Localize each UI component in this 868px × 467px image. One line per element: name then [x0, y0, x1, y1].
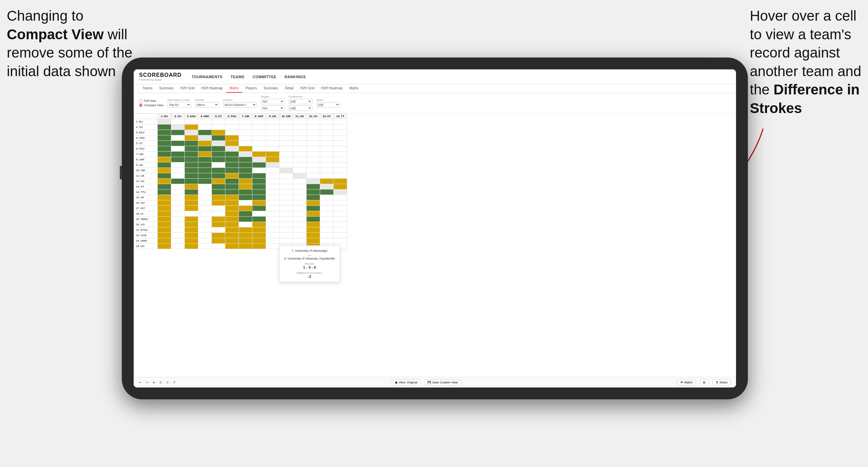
matrix-cell[interactable] — [198, 195, 212, 200]
matrix-cell[interactable] — [225, 157, 239, 162]
matrix-cell[interactable] — [307, 168, 320, 173]
matrix-cell[interactable] — [212, 141, 225, 146]
compact-view-radio[interactable]: Compact View — [139, 104, 163, 107]
matrix-cell[interactable] — [158, 227, 171, 233]
matrix-cell[interactable] — [212, 135, 225, 141]
matrix-cell[interactable] — [307, 157, 320, 162]
matrix-cell[interactable] — [334, 217, 347, 222]
matrix-cell[interactable] — [334, 125, 347, 130]
matrix-cell[interactable] — [320, 125, 334, 130]
matrix-cell[interactable] — [171, 119, 185, 125]
matrix-cell[interactable] — [307, 162, 320, 168]
matrix-cell[interactable] — [293, 195, 307, 200]
matrix-cell[interactable] — [198, 222, 212, 227]
matrix-cell[interactable] — [320, 173, 334, 179]
matrix-cell[interactable] — [212, 146, 225, 152]
matrix-cell[interactable] — [293, 125, 307, 130]
matrix-cell[interactable] — [212, 173, 225, 179]
matrix-cell[interactable] — [266, 179, 280, 184]
matrix-cell[interactable] — [320, 195, 334, 200]
matrix-cell[interactable] — [280, 200, 293, 206]
nav-tournaments[interactable]: TOURNAMENTS — [192, 73, 223, 80]
matrix-cell[interactable] — [334, 222, 347, 227]
matrix-cell[interactable] — [280, 125, 293, 130]
matrix-cell[interactable] — [252, 200, 266, 206]
matrix-cell[interactable] — [158, 190, 171, 195]
matrix-cell[interactable] — [334, 195, 347, 200]
matrix-cell[interactable] — [320, 130, 334, 135]
matrix-cell[interactable] — [212, 244, 225, 249]
matrix-cell[interactable] — [198, 162, 212, 168]
matrix-cell[interactable] — [266, 195, 280, 200]
matrix-cell[interactable] — [293, 238, 307, 244]
matrix-cell[interactable] — [239, 135, 252, 141]
matrix-cell[interactable] — [334, 146, 347, 152]
matrix-cell[interactable] — [334, 173, 347, 179]
matrix-cell[interactable] — [280, 152, 293, 157]
matrix-cell[interactable] — [198, 233, 212, 238]
matrix-cell[interactable] — [198, 200, 212, 206]
matrix-cell[interactable] — [239, 184, 252, 190]
matrix-cell[interactable] — [252, 206, 266, 211]
team-select[interactable]: (All) — [316, 102, 340, 108]
matrix-cell[interactable] — [239, 233, 252, 238]
matrix-cell[interactable] — [320, 238, 334, 244]
matrix-cell[interactable] — [212, 227, 225, 233]
region-select2[interactable]: N/A — [261, 106, 285, 111]
nav-rankings[interactable]: RANKINGS — [285, 73, 306, 80]
matrix-cell[interactable] — [225, 119, 239, 125]
matrix-cell[interactable] — [158, 184, 171, 190]
matrix-cell[interactable] — [171, 173, 185, 179]
matrix-cell[interactable] — [307, 222, 320, 227]
matrix-cell[interactable] — [198, 184, 212, 190]
matrix-cell[interactable] — [212, 217, 225, 222]
matrix-cell[interactable] — [171, 125, 185, 130]
matrix-cell[interactable] — [320, 211, 334, 217]
matrix-cell[interactable] — [158, 130, 171, 135]
matrix-cell[interactable] — [280, 211, 293, 217]
max-teams-select[interactable]: Top 50 — [168, 102, 191, 108]
matrix-cell[interactable] — [239, 119, 252, 125]
matrix-cell[interactable] — [252, 179, 266, 184]
matrix-cell[interactable] — [198, 146, 212, 152]
matrix-cell[interactable] — [212, 190, 225, 195]
matrix-cell[interactable] — [185, 190, 198, 195]
matrix-cell[interactable] — [334, 206, 347, 211]
matrix-cell[interactable] — [293, 135, 307, 141]
matrix-cell[interactable] — [266, 206, 280, 211]
matrix-cell[interactable] — [334, 135, 347, 141]
matrix-cell[interactable] — [293, 130, 307, 135]
matrix-cell[interactable] — [266, 238, 280, 244]
matrix-cell[interactable] — [266, 233, 280, 238]
matrix-cell[interactable] — [266, 227, 280, 233]
matrix-cell[interactable] — [158, 146, 171, 152]
matrix-cell[interactable] — [225, 146, 239, 152]
matrix-cell[interactable] — [171, 130, 185, 135]
matrix-container[interactable]: 1. AU 2. VU 3. ASU 4. UNC 5. UT 6. FSU 7… — [134, 113, 736, 377]
matrix-cell[interactable] — [158, 211, 171, 217]
matrix-cell[interactable] — [280, 130, 293, 135]
matrix-cell[interactable] — [225, 195, 239, 200]
matrix-cell[interactable] — [252, 162, 266, 168]
matrix-cell[interactable] — [252, 130, 266, 135]
matrix-cell[interactable] — [280, 238, 293, 244]
sub-nav-summary1[interactable]: Summary — [156, 84, 177, 93]
matrix-cell[interactable] — [280, 222, 293, 227]
matrix-cell[interactable] — [266, 211, 280, 217]
matrix-cell[interactable] — [185, 146, 198, 152]
matrix-cell[interactable] — [293, 173, 307, 179]
matrix-cell[interactable] — [252, 217, 266, 222]
matrix-cell[interactable] — [225, 162, 239, 168]
matrix-cell[interactable] — [225, 141, 239, 146]
toolbar-icon1[interactable]: ⊕ — [153, 381, 155, 384]
division-select[interactable]: NCAA Division I — [223, 102, 257, 108]
matrix-cell[interactable] — [334, 119, 347, 125]
sub-nav-h2hgrid2[interactable]: H2H Grid — [297, 84, 318, 93]
matrix-cell[interactable] — [293, 146, 307, 152]
matrix-cell[interactable] — [252, 195, 266, 200]
matrix-cell[interactable] — [198, 152, 212, 157]
matrix-cell[interactable] — [239, 200, 252, 206]
matrix-cell[interactable] — [225, 179, 239, 184]
matrix-cell[interactable] — [158, 135, 171, 141]
matrix-cell[interactable] — [266, 217, 280, 222]
